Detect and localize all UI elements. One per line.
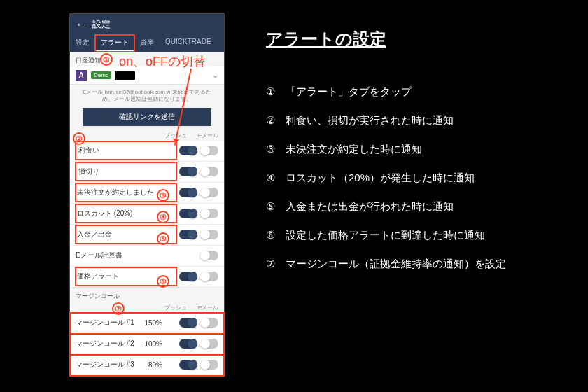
explanation-panel: アラートの設定 ①「アラート」タブをタップ ②利食い、損切が実行された時に通知 … xyxy=(224,0,588,392)
tab-alerts[interactable]: アラート xyxy=(95,35,134,52)
step-2: ②利食い、損切が実行された時に通知 xyxy=(266,114,567,127)
row-emailreport-email-toggle[interactable] xyxy=(200,251,218,260)
row-losscut-email-toggle[interactable] xyxy=(200,209,218,218)
row-stoploss-email-toggle[interactable] xyxy=(200,167,218,176)
step-5: ⑤入金または出金が行われた時に通知 xyxy=(266,200,567,214)
row-stoploss: 損切り xyxy=(70,162,224,183)
row-pending: 未決注文が約定しました xyxy=(70,183,224,204)
row-mc1-label: マージンコール #1 xyxy=(76,318,144,328)
demo-badge: Demo xyxy=(91,71,111,79)
email-unverified-notice: Eメール harusel37@outlook.com が未確定であるため、メール… xyxy=(70,85,224,106)
row-mc1-pct: 150% xyxy=(144,319,162,327)
chevron-down-icon: ⌄ xyxy=(212,71,218,80)
row-emailreport-label: Eメール計算書 xyxy=(76,251,176,260)
callout-circle-4: ④ xyxy=(157,211,169,223)
col-push-2: プッシュ xyxy=(164,304,187,312)
row-pricealert: 価格アラート xyxy=(70,267,224,288)
row-takeprofit-email-toggle[interactable] xyxy=(200,146,218,155)
step-4: ④ロスカット（20%）が発生した時に通知 xyxy=(266,172,567,185)
callout-circle-6: ⑥ xyxy=(157,275,169,288)
tab-settings[interactable]: 設定 xyxy=(70,35,95,52)
row-mc1-push-toggle[interactable] xyxy=(179,318,197,328)
row-deposit: 入金／出金 xyxy=(70,225,224,246)
row-pricealert-push-toggle[interactable] xyxy=(179,272,197,281)
row-takeprofit-push-toggle[interactable] xyxy=(179,146,197,155)
row-mc3-email-toggle[interactable] xyxy=(200,360,218,370)
callout-circle-5: ⑤ xyxy=(157,232,169,245)
row-mc3-push-toggle[interactable] xyxy=(179,360,197,370)
app-header: ← 設定 設定 アラート 資産 QUICKTRADE xyxy=(70,14,224,52)
callout-circle-3: ③ xyxy=(157,189,169,202)
row-mc2-label: マージンコール #2 xyxy=(76,339,144,349)
callout-circle-1: ① xyxy=(100,53,113,66)
row-stoploss-label: 損切り xyxy=(76,162,176,181)
col-email-2: Eメール xyxy=(198,304,218,312)
row-mc2-pct: 100% xyxy=(144,340,162,348)
row-margincall-1: マージンコール #1 150% xyxy=(70,313,224,334)
row-mc3-label: マージンコール #3 xyxy=(76,360,148,370)
step-7: ⑦マージンコール（証拠金維持率の通知）を設定 xyxy=(266,258,567,271)
row-deposit-push-toggle[interactable] xyxy=(179,230,197,239)
account-number-redacted xyxy=(115,71,135,80)
back-icon[interactable]: ← xyxy=(76,19,87,30)
column-headers: プッシュ Eメール xyxy=(70,130,224,141)
step-1: ①「アラート」タブをタップ xyxy=(266,85,567,99)
step-6: ⑥設定した価格アラートに到達した時に通知 xyxy=(266,229,567,242)
row-pricealert-email-toggle[interactable] xyxy=(200,272,218,281)
col-email: Eメール xyxy=(198,132,218,139)
row-margincall-3: マージンコール #3 80% xyxy=(70,355,224,376)
row-mc1-email-toggle[interactable] xyxy=(200,318,218,328)
row-margincall-2: マージンコール #2 100% xyxy=(70,334,224,355)
explain-steps: ①「アラート」タブをタップ ②利食い、損切が実行された時に通知 ③未決注文が約定… xyxy=(266,85,567,271)
app-tabs: 設定 アラート 資産 QUICKTRADE xyxy=(70,35,224,52)
row-mc2-push-toggle[interactable] xyxy=(179,339,197,349)
tab-assets[interactable]: 資産 xyxy=(134,35,160,52)
row-mc2-email-toggle[interactable] xyxy=(200,339,218,349)
callout-circle-7: ⑦ xyxy=(112,302,125,315)
row-pending-email-toggle[interactable] xyxy=(200,188,218,197)
row-stoploss-push-toggle[interactable] xyxy=(179,167,197,176)
row-pending-push-toggle[interactable] xyxy=(179,188,197,197)
row-losscut-push-toggle[interactable] xyxy=(179,209,197,218)
row-emailreport: Eメール計算書 xyxy=(70,246,224,267)
tab-quicktrade[interactable]: QUICKTRADE xyxy=(160,35,217,52)
send-confirm-link-button[interactable]: 確認リンクを送信 xyxy=(83,108,211,126)
row-deposit-email-toggle[interactable] xyxy=(200,230,218,239)
callout-circle-2: ② xyxy=(73,132,85,145)
page-title: 設定 xyxy=(92,18,111,31)
section-margin-label: マージンコール xyxy=(70,288,224,302)
row-mc3-pct: 80% xyxy=(148,361,162,369)
explain-title: アラートの設定 xyxy=(266,28,567,50)
row-takeprofit-label: 利食い xyxy=(76,141,176,160)
account-provider-icon: A xyxy=(76,70,87,81)
row-losscut: ロスカット (20%) xyxy=(70,204,224,225)
step-3: ③未決注文が約定した時に通知 xyxy=(266,143,567,156)
toggle-note: on、oFFの切替 xyxy=(119,53,206,70)
row-takeprofit: 利食い xyxy=(70,141,224,162)
column-headers-2: プッシュ Eメール xyxy=(70,302,224,313)
